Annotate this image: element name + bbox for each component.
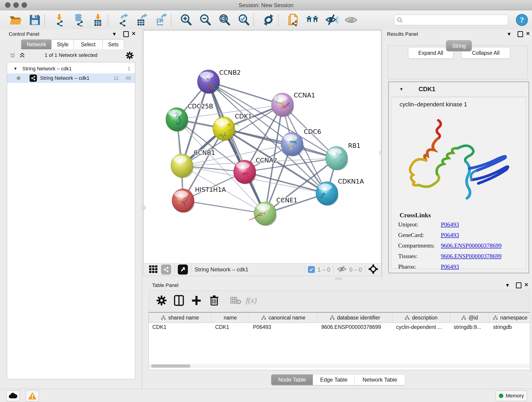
network-count: 1 [128, 66, 130, 72]
crosslink-value-link[interactable]: 9606.ENSP00000378699 [441, 242, 501, 249]
function-builder-icon[interactable]: f(x) [245, 294, 258, 307]
panel-float-icon[interactable] [123, 31, 129, 37]
panel-collapse-icon[interactable]: ▼ [505, 283, 510, 288]
status-bar: Memory [0, 389, 532, 402]
panel-close-icon[interactable]: ✕ [132, 31, 136, 36]
panel-close-icon[interactable]: ✕ [524, 282, 528, 287]
tab-sets[interactable]: Sets [102, 39, 124, 49]
save-session-icon[interactable] [28, 13, 42, 27]
panel-float-icon[interactable] [516, 282, 521, 288]
tab-network[interactable]: Network [21, 39, 52, 49]
svg-text:CDKN1A: CDKN1A [338, 178, 364, 185]
export-network-icon[interactable] [116, 13, 130, 27]
open-in-window-icon[interactable] [178, 264, 188, 274]
toolbar-separator [171, 14, 171, 26]
column-header-name[interactable]: name [211, 313, 249, 323]
export-table-icon[interactable] [135, 13, 149, 27]
column-header-namespace[interactable]: namespace [489, 313, 531, 323]
table-cell[interactable]: P06493 [249, 323, 317, 331]
warning-icon[interactable] [26, 390, 39, 401]
title-bar: Session: New Session [0, 0, 532, 10]
network-node-CDKN1A[interactable] [316, 182, 338, 206]
zoom-selected-icon[interactable] [237, 13, 251, 27]
column-header-description[interactable]: description [393, 313, 450, 323]
panel-collapse-icon[interactable]: ▼ [112, 32, 117, 37]
table-cell[interactable]: cyclin-dependent ... [393, 323, 450, 331]
tab-select[interactable]: Select [74, 39, 103, 49]
table-cell[interactable]: CDK1 [211, 323, 249, 331]
svg-text:?: ? [520, 16, 524, 24]
column-header-canonical-name[interactable]: canonical name [249, 313, 317, 323]
network-node-RB1[interactable] [326, 147, 348, 171]
network-node-CDC25B[interactable] [166, 108, 188, 132]
search-box[interactable] [394, 15, 508, 25]
table-cell[interactable]: 9606.ENSP00000378699 [317, 323, 392, 331]
crosslink-value-link[interactable]: 9606.ENSP00000378699 [441, 253, 501, 260]
show-eye-icon[interactable] [344, 13, 358, 27]
left-splitter-handle[interactable] [142, 206, 146, 210]
tab-network-table[interactable]: Network Table [355, 374, 405, 385]
column-header-shared-name[interactable]: shared name [149, 313, 211, 323]
export-image-icon[interactable] [154, 13, 168, 27]
network-share-view-icon[interactable] [161, 264, 171, 274]
table-gear-icon[interactable] [155, 294, 168, 307]
scrollbar-thumb[interactable] [151, 364, 190, 368]
zoom-in-icon[interactable] [179, 13, 193, 27]
tree-expander-icon[interactable]: ▼ [13, 66, 17, 71]
cloud-icon[interactable] [6, 390, 20, 401]
delete-column-icon[interactable] [208, 294, 221, 307]
crosslink-value-link[interactable]: P06493 [441, 263, 459, 270]
crosslink-value-link[interactable]: P06493 [441, 232, 459, 239]
import-database-icon[interactable] [72, 13, 86, 27]
column-header-database-identifier[interactable]: database identifier [317, 313, 393, 323]
zoom-fit-icon[interactable] [218, 13, 231, 27]
memory-button[interactable]: Memory [496, 390, 527, 401]
network-node-CCNB1[interactable] [171, 154, 193, 178]
panel-close-icon[interactable]: ✕ [526, 31, 530, 36]
tab-node-table[interactable]: Node Table [271, 374, 313, 385]
search-input[interactable] [405, 16, 508, 24]
delete-table-icon[interactable] [229, 294, 242, 307]
gene-header-row[interactable]: ▼ CDK1 [389, 82, 529, 96]
network-node-CCNA2[interactable] [234, 160, 256, 184]
network-node-CCNE1[interactable] [249, 202, 277, 226]
network-node-HIST1H1A[interactable] [172, 189, 195, 213]
open-session-icon[interactable] [9, 13, 22, 27]
gear-icon[interactable] [126, 51, 134, 61]
network-root-row[interactable]: ▼ String Network – cdk1 1 [7, 64, 135, 73]
expand-all-icon[interactable] [19, 52, 26, 60]
help-icon[interactable]: ? [515, 13, 529, 27]
crosslink-value-link[interactable]: P06493 [441, 221, 459, 228]
table-cell[interactable]: stringdb:9... [450, 323, 489, 331]
network-row[interactable]: String Network – cdk1 11 48 [7, 73, 135, 83]
column-header--id[interactable]: @id [450, 313, 489, 323]
selected-checkbox-icon[interactable] [308, 266, 315, 273]
hide-unhide-icon[interactable] [325, 13, 339, 27]
panel-float-icon[interactable] [518, 31, 523, 37]
network-node-CDK1[interactable] [213, 117, 239, 141]
table-columns-icon[interactable] [172, 294, 185, 307]
svg-text:CCNB2: CCNB2 [219, 69, 241, 76]
network-node-CCNA1[interactable] [272, 93, 294, 117]
zoom-out-icon[interactable] [198, 13, 212, 27]
node-table: shared namenamecanonical namedatabase id… [148, 312, 530, 370]
table-cell[interactable]: CDK1 [149, 323, 211, 331]
add-column-icon[interactable] [190, 294, 203, 307]
refresh-layout-icon[interactable] [262, 13, 275, 27]
import-table-icon[interactable] [91, 13, 105, 27]
tab-string[interactable]: String [446, 40, 472, 51]
tab-style[interactable]: Style [51, 39, 74, 49]
neighbors-icon[interactable] [306, 13, 319, 27]
collapse-all-icon[interactable] [9, 52, 16, 60]
grid-view-icon[interactable] [149, 264, 158, 274]
network-graph[interactable]: CCNB2CCNA1CDC25BCDK1CDC6RB1CCNB1CCNA2CDK… [144, 31, 381, 263]
panel-collapse-icon[interactable]: ▼ [507, 32, 512, 37]
tab-edge-table[interactable]: Edge Table [313, 374, 355, 385]
gene-expander-icon[interactable]: ▼ [399, 87, 404, 92]
network-canvas[interactable]: CCNB2CCNA1CDC25BCDK1CDC6RB1CCNB1CCNA2CDK… [143, 31, 381, 264]
horizontal-scrollbar[interactable] [149, 364, 529, 368]
string-query-icon[interactable] [286, 13, 300, 27]
import-network-icon[interactable] [53, 13, 66, 27]
table-cell[interactable]: stringdb [489, 323, 531, 331]
birdseye-toggle-icon[interactable] [369, 264, 378, 274]
